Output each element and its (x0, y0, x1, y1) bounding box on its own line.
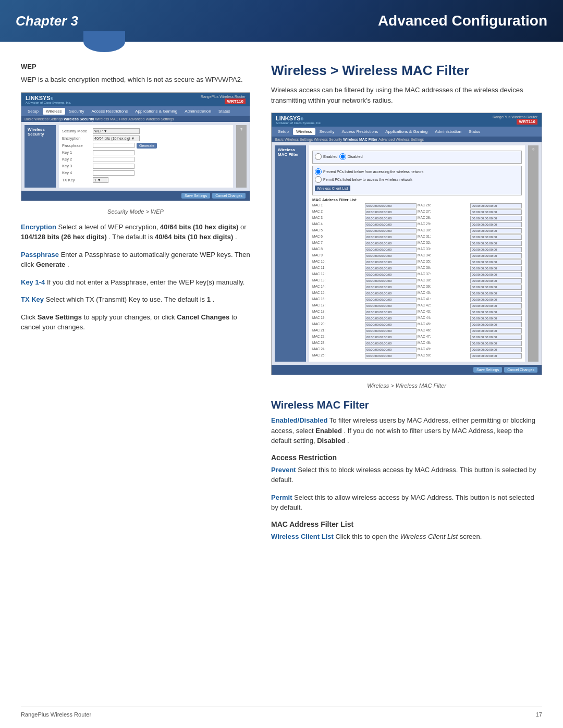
encryption-bold1: 40/64 bits (10 hex digits) (160, 223, 238, 231)
mac-input[interactable]: 00:00:00:00:00:00 (470, 216, 522, 221)
mac-input[interactable]: 00:00:00:00:00:00 (365, 316, 417, 321)
nav-admin-r[interactable]: Administration (432, 128, 464, 135)
nav-apps-r[interactable]: Applications & Gaming (382, 128, 431, 135)
mac-input[interactable]: 00:00:00:00:00:00 (470, 297, 522, 302)
mac-input[interactable]: 00:00:00:00:00:00 (365, 341, 417, 346)
mac-input[interactable]: 00:00:00:00:00:00 (470, 260, 522, 265)
form-row-passphrase: Passphrase Generate (62, 143, 230, 149)
mac-input[interactable]: 00:00:00:00:00:00 (365, 253, 417, 258)
mac-input[interactable]: 00:00:00:00:00:00 (365, 328, 417, 334)
nav-access[interactable]: Access Restrictions (88, 108, 131, 115)
mac-input[interactable]: 00:00:00:00:00:00 (365, 278, 417, 283)
security-mode-select[interactable]: WEP ▼ (93, 128, 140, 134)
subnav-mac-r[interactable]: Wireless MAC Filter (343, 138, 377, 141)
mac-input[interactable]: 00:00:00:00:00:00 (365, 203, 417, 208)
mac-input[interactable]: 00:00:00:00:00:00 (365, 303, 417, 309)
mac-input[interactable]: 00:00:00:00:00:00 (365, 335, 417, 340)
mac-input[interactable]: 00:00:00:00:00:00 (365, 285, 417, 290)
generate-button[interactable]: Generate (137, 143, 157, 149)
subnav-advanced[interactable]: Advanced Wireless Settings (128, 117, 174, 121)
mac-input[interactable]: 00:00:00:00:00:00 (365, 222, 417, 227)
key1-input[interactable] (93, 150, 134, 155)
prevent-radio[interactable] (315, 168, 322, 175)
mac-input[interactable]: 00:00:00:00:00:00 (470, 303, 522, 309)
mac-input[interactable]: 00:00:00:00:00:00 (470, 285, 522, 290)
mac-input[interactable]: 00:00:00:00:00:00 (470, 266, 522, 271)
mac-input[interactable]: 00:00:00:00:00:00 (365, 291, 417, 296)
subnav-basic[interactable]: Basic Wireless Settings (25, 117, 63, 121)
mac-input[interactable]: 00:00:00:00:00:00 (365, 266, 417, 271)
passphrase-label: Passphrase (62, 143, 91, 148)
nav-wireless-r[interactable]: Wireless (293, 128, 315, 135)
mac-input[interactable]: 00:00:00:00:00:00 (470, 272, 522, 277)
nav-security[interactable]: Security (66, 108, 88, 115)
subnav-mac[interactable]: Wireless MAC Filter (95, 117, 127, 121)
save-settings-button-right[interactable]: Save Settings (473, 367, 502, 373)
encryption-select[interactable]: 40/64 bits (10 hex digi ▼ (93, 135, 140, 141)
mac-input[interactable]: 00:00:00:00:00:00 (365, 260, 417, 265)
mac-input[interactable]: 00:00:00:00:00:00 (470, 347, 522, 352)
mac-label: MAC 26: (418, 203, 469, 208)
nav-wireless[interactable]: Wireless (43, 108, 65, 115)
nav-setup[interactable]: Setup (25, 108, 42, 115)
linksys-logo-right: LINKSYS® A Division of Cisco Systems, In… (276, 115, 321, 125)
disabled-radio[interactable] (339, 153, 346, 160)
mac-filter-form: Enabled Disabled Prevent PCs listed belo… (309, 145, 525, 362)
enabled-radio[interactable] (315, 153, 322, 160)
key4-input[interactable] (93, 170, 134, 176)
wireless-client-text: Click this to open the (335, 533, 400, 540)
cancel-changes-button-right[interactable]: Cancel Changes (504, 367, 537, 373)
permit-radio[interactable] (315, 176, 322, 183)
mac-input[interactable]: 00:00:00:00:00:00 (470, 291, 522, 296)
txkey-select[interactable]: 1 ▼ (93, 177, 108, 183)
wireless-client-list-button-small[interactable]: Wireless Client List (315, 186, 350, 191)
mac-input[interactable]: 00:00:00:00:00:00 (470, 328, 522, 334)
cancel-changes-button-left[interactable]: Cancel Changes (212, 193, 246, 199)
subnav-basic-r[interactable]: Basic Wireless Settings (275, 138, 313, 141)
nav-status-r[interactable]: Status (466, 128, 484, 135)
key2-label: Key 2 (62, 157, 91, 162)
save-settings-button-left[interactable]: Save Settings (181, 193, 210, 199)
nav-admin[interactable]: Administration (181, 108, 214, 115)
subnav-advanced-r[interactable]: Advanced Wireless Settings (378, 138, 424, 141)
mac-input[interactable]: 00:00:00:00:00:00 (365, 297, 417, 302)
mac-input[interactable]: 00:00:00:00:00:00 (365, 272, 417, 277)
mac-input[interactable]: 00:00:00:00:00:00 (470, 353, 522, 359)
mac-input[interactable]: 00:00:00:00:00:00 (470, 253, 522, 258)
mac-input[interactable]: 00:00:00:00:00:00 (470, 222, 522, 227)
mac-input[interactable]: 00:00:00:00:00:00 (365, 347, 417, 352)
mac-input[interactable]: 00:00:00:00:00:00 (365, 310, 417, 315)
mac-address-table: MAC 1:00:00:00:00:00:00MAC 26:00:00:00:0… (312, 203, 522, 359)
nav-setup-r[interactable]: Setup (275, 128, 292, 135)
mac-input[interactable]: 00:00:00:00:00:00 (470, 247, 522, 252)
mac-input[interactable]: 00:00:00:00:00:00 (365, 209, 417, 215)
mac-input[interactable]: 00:00:00:00:00:00 (470, 322, 522, 327)
key2-input[interactable] (93, 157, 134, 162)
mac-input[interactable]: 00:00:00:00:00:00 (365, 241, 417, 246)
key3-input[interactable] (93, 164, 134, 169)
subnav-security-r[interactable]: Wireless Security (314, 138, 342, 141)
passphrase-input[interactable] (93, 143, 134, 148)
mac-input[interactable]: 00:00:00:00:00:00 (365, 353, 417, 359)
nav-apps[interactable]: Applications & Gaming (132, 108, 180, 115)
mac-input[interactable]: 00:00:00:00:00:00 (365, 247, 417, 252)
mac-input[interactable]: 00:00:00:00:00:00 (470, 316, 522, 321)
mac-input[interactable]: 00:00:00:00:00:00 (470, 209, 522, 215)
mac-input[interactable]: 00:00:00:00:00:00 (470, 310, 522, 315)
mac-input[interactable]: 00:00:00:00:00:00 (470, 341, 522, 346)
subnav-security[interactable]: Wireless Security (64, 117, 94, 121)
mac-input[interactable]: 00:00:00:00:00:00 (365, 235, 417, 240)
key14-desc: Key 1-4 If you did not enter a Passphras… (21, 277, 250, 288)
mac-input[interactable]: 00:00:00:00:00:00 (470, 335, 522, 340)
mac-input[interactable]: 00:00:00:00:00:00 (470, 203, 522, 208)
mac-input[interactable]: 00:00:00:00:00:00 (470, 228, 522, 233)
mac-input[interactable]: 00:00:00:00:00:00 (470, 235, 522, 240)
nav-access-r[interactable]: Access Restrictions (338, 128, 381, 135)
mac-input[interactable]: 00:00:00:00:00:00 (365, 322, 417, 327)
mac-input[interactable]: 00:00:00:00:00:00 (470, 278, 522, 283)
mac-input[interactable]: 00:00:00:00:00:00 (470, 241, 522, 246)
nav-security-r[interactable]: Security (316, 128, 338, 135)
nav-status[interactable]: Status (215, 108, 234, 115)
mac-input[interactable]: 00:00:00:00:00:00 (365, 228, 417, 233)
mac-input[interactable]: 00:00:00:00:00:00 (365, 216, 417, 221)
